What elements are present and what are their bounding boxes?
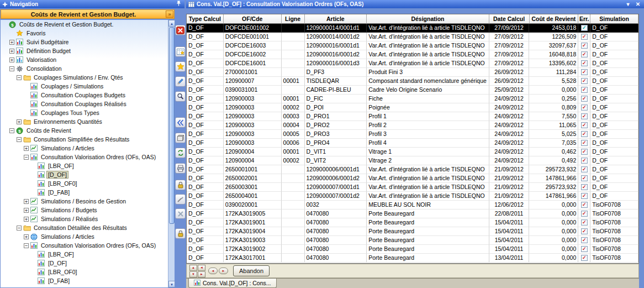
cell-ligne[interactable]: [282, 41, 305, 50]
cell-article[interactable]: 0470080: [305, 210, 367, 218]
collapse-minus-icon[interactable]: −: [24, 155, 29, 160]
cell-of-cde[interactable]: 0390031001: [224, 86, 282, 95]
table-row[interactable]: D_OFDOFCDE160031209000016/0001d1Var.Art.…: [187, 41, 638, 50]
cell-article[interactable]: 0032: [305, 201, 367, 210]
close-icon[interactable]: ✕: [634, 1, 642, 8]
tree-item-simulations-articles[interactable]: +Simulations / Articles: [1, 144, 168, 153]
table-row[interactable]: D_OFDOFCDE0010011209000014/0001d2Var.Art…: [187, 33, 638, 41]
search-button[interactable]: [175, 91, 186, 102]
cell-co-t-de-revient[interactable]: 2453,018: [529, 24, 578, 33]
cell-type-calcul[interactable]: D_OF: [187, 68, 224, 77]
cell-article[interactable]: D_POI: [305, 103, 367, 112]
cell-of-cde[interactable]: 172KA3019004: [224, 227, 282, 236]
cell-article[interactable]: 1209000006/0001d1: [305, 165, 367, 174]
tree-item-environnements-quantit-s[interactable]: +Environnements Quantités: [1, 117, 168, 126]
column-header-date-calcul[interactable]: Date Calcul: [489, 14, 530, 24]
cell-ligne[interactable]: 00005: [282, 130, 305, 139]
cell-ligne[interactable]: [282, 59, 305, 68]
abandon-button[interactable]: Abandon: [233, 265, 270, 276]
cell-co-t-de-revient[interactable]: 5,528: [529, 77, 578, 86]
cell-simulation[interactable]: D_OF: [590, 103, 638, 112]
cell-type-calcul[interactable]: D_OF: [187, 210, 224, 218]
cell-co-t-de-revient[interactable]: 1226,509: [529, 33, 578, 41]
cell-err[interactable]: ✓: [578, 218, 590, 227]
tree-item-lbr-of[interactable]: [LBR_OF]: [1, 161, 168, 170]
collapse-minus-icon[interactable]: −: [17, 226, 22, 231]
cell-d-signation[interactable]: Porte Beauregard: [367, 254, 489, 263]
cell-d-signation[interactable]: MEUBLE AU SOL NOIR: [367, 201, 489, 210]
cell-of-cde[interactable]: 120900003: [224, 139, 282, 148]
cell-co-t-de-revient[interactable]: 0,000: [529, 210, 578, 218]
cell-date-calcul[interactable]: 24/09/2012: [489, 139, 530, 148]
cell-ligne[interactable]: 00003: [282, 112, 305, 121]
cell-err[interactable]: ✓: [578, 165, 590, 174]
cell-err[interactable]: ✓: [578, 174, 590, 183]
cell-of-cde[interactable]: DOFCDE001001: [224, 33, 282, 41]
cell-co-t-de-revient[interactable]: 295723,932: [529, 165, 578, 174]
cell-d-signation[interactable]: Profil 4: [367, 139, 489, 148]
cell-ligne[interactable]: [282, 86, 305, 95]
cell-err[interactable]: ✓: [578, 236, 590, 245]
cell-ligne[interactable]: [282, 68, 305, 77]
tree-item-consultation-couplages-r-alis-s[interactable]: Consultation Couplages Réalisés: [1, 100, 168, 108]
cell-date-calcul[interactable]: 15/04/2011: [489, 227, 530, 236]
expand-plus-icon[interactable]: +: [17, 119, 22, 124]
cell-d-signation[interactable]: Porte Beauregard: [367, 245, 489, 254]
cell-err[interactable]: ✓: [578, 68, 590, 77]
cell-article[interactable]: 0470080: [305, 227, 367, 236]
cell-date-calcul[interactable]: 15/04/2011: [489, 236, 530, 245]
cell-err[interactable]: ✓: [578, 103, 590, 112]
cell-simulation[interactable]: D_OF: [590, 77, 638, 86]
table-row[interactable]: D_OF12090000300002D_POIPoignée24/09/2012…: [187, 103, 638, 112]
cell-article[interactable]: 0470080: [305, 245, 367, 254]
cell-date-calcul[interactable]: 27/09/2012: [489, 41, 530, 50]
cell-simulation[interactable]: D_OF: [590, 50, 638, 59]
cell-of-cde[interactable]: 172KA3019002: [224, 245, 282, 254]
table-row[interactable]: D_OFDOFCDE160011209000016/0001d3Var.Art.…: [187, 59, 638, 68]
cell-ligne[interactable]: 00001: [282, 77, 305, 86]
expand-plus-icon[interactable]: +: [24, 234, 29, 239]
cell-co-t-de-revient[interactable]: 0,000: [529, 218, 578, 227]
cell-ligne[interactable]: [282, 192, 305, 201]
cell-d-signation[interactable]: Var.Art. d'intégration lié à article TIS…: [367, 24, 489, 33]
collapse-left-button[interactable]: [175, 117, 186, 128]
cell-type-calcul[interactable]: D_OF: [187, 201, 224, 210]
cell-date-calcul[interactable]: 24/09/2012: [489, 95, 530, 103]
cell-article[interactable]: D_PRO2: [305, 121, 367, 130]
cell-of-cde[interactable]: 2650003001: [224, 183, 282, 192]
cell-ligne[interactable]: 00001: [282, 95, 305, 103]
grid-favorite-button[interactable]: [175, 46, 186, 57]
table-row[interactable]: D_OF12090000400001D_VIT1Vitrage 124/09/2…: [187, 148, 638, 156]
cell-err[interactable]: ✓: [578, 227, 590, 236]
column-header-err[interactable]: Err.: [578, 14, 590, 24]
cell-err[interactable]: ✓: [578, 33, 590, 41]
expand-plus-icon[interactable]: +: [24, 217, 29, 222]
cell-of-cde[interactable]: 172KA3019003: [224, 236, 282, 245]
cell-ligne[interactable]: [282, 33, 305, 41]
cell-type-calcul[interactable]: D_OF: [187, 130, 224, 139]
tree-item-couplages-tous-types[interactable]: Couplages Tous Types: [1, 108, 168, 117]
table-row[interactable]: D_OF172KA30190040470080Porte Beauregard1…: [187, 227, 638, 236]
cell-date-calcul[interactable]: 21/09/2012: [489, 165, 530, 174]
cell-co-t-de-revient[interactable]: 11,065: [529, 121, 578, 130]
cell-date-calcul[interactable]: 24/09/2012: [489, 130, 530, 139]
cell-type-calcul[interactable]: D_OF: [187, 121, 224, 130]
tree-item-valorisation[interactable]: +Valorisation: [1, 55, 168, 64]
cell-article[interactable]: 1209000016/0001d3: [305, 59, 367, 68]
cell-err[interactable]: ✓: [578, 139, 590, 148]
table-row[interactable]: D_OFDOFCDE0010021209000014/0001d1Var.Art…: [187, 24, 638, 33]
cell-d-signation[interactable]: Var.Art. d'intégration lié à article TIS…: [367, 50, 489, 59]
cell-d-signation[interactable]: Vitrage 1: [367, 148, 489, 156]
cell-ligne[interactable]: [282, 245, 305, 254]
cell-type-calcul[interactable]: D_OF: [187, 95, 224, 103]
cell-simulation[interactable]: TisOF0708: [590, 245, 638, 254]
cell-err[interactable]: ✓: [578, 59, 590, 68]
column-header-ligne[interactable]: Ligne: [282, 14, 305, 24]
cell-of-cde[interactable]: 120900007: [224, 77, 282, 86]
cell-article[interactable]: 1209000016/0001d2: [305, 50, 367, 59]
cell-type-calcul[interactable]: D_OF: [187, 77, 224, 86]
cell-type-calcul[interactable]: D_OF: [187, 41, 224, 50]
cell-type-calcul[interactable]: D_OF: [187, 59, 224, 68]
cell-date-calcul[interactable]: 21/09/2012: [489, 192, 530, 201]
cell-simulation[interactable]: D_OF: [590, 156, 638, 165]
